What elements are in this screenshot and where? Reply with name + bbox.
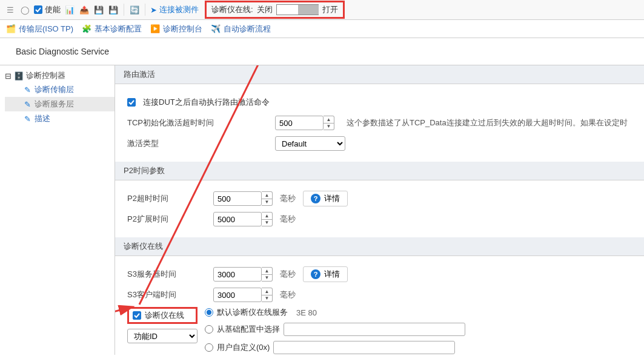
menu-icon[interactable]: ☰ — [5, 4, 16, 15]
enable-toggle[interactable]: 使能 — [34, 4, 61, 15]
tree-root-label: 诊断控制器 — [26, 70, 65, 81]
pencil-icon: ✎ — [24, 85, 31, 94]
minus-icon[interactable]: ⊟ — [5, 71, 12, 81]
group-routing-header: 路由激活 — [115, 65, 644, 84]
p2-ext-input[interactable] — [213, 212, 262, 226]
tab-label: 基本诊断配置 — [95, 24, 142, 35]
radio-base-config[interactable] — [205, 325, 213, 334]
s3-client-spinner[interactable]: ▲▼ — [213, 288, 273, 302]
spin-down-icon[interactable]: ▼ — [262, 275, 272, 282]
connect-device-button[interactable]: ➤ 连接被测件 — [150, 4, 199, 15]
tree-item-description[interactable]: ✎ 描述 — [5, 111, 115, 126]
pencil-icon: ✎ — [24, 100, 31, 109]
main-panel: 路由激活 连接DUT之后自动执行路由激活命令 TCP初始化激活超时时间 ▲▼ 这… — [115, 65, 644, 355]
spin-down-icon[interactable]: ▼ — [262, 199, 272, 206]
tree-root[interactable]: ⊟ 🗄️ 诊断控制器 — [5, 69, 115, 82]
on-label: 打开 — [322, 4, 338, 15]
keepalive-highlight: 诊断仪在线 — [127, 307, 198, 324]
detail-label: 详情 — [324, 193, 340, 204]
check-icon — [34, 5, 42, 14]
info-icon: ? — [311, 194, 320, 203]
folder-icon: 🗄️ — [14, 71, 24, 81]
p2-timeout-spinner[interactable]: ▲▼ — [213, 191, 273, 206]
s3-client-label: S3客户端时间 — [127, 289, 206, 300]
circle-icon[interactable]: ◯ — [19, 4, 30, 15]
group-p2-body: P2超时时间 ▲▼ 毫秒 ? 详情 P2扩展时间 ▲▼ 毫秒 — [115, 180, 644, 237]
tab-bar: 🗂️ 传输层(ISO TP) 🧩 基本诊断配置 ▶️ 诊断控制台 ✈️ 自动诊断… — [0, 20, 644, 38]
s3-server-spinner[interactable]: ▲▼ — [213, 267, 273, 282]
service-mode-radios: 默认诊断仪在线服务 3E 80 从基础配置中选择 用户自定义(0x) — [205, 307, 465, 354]
group-tester-header: 诊断仪在线 — [115, 237, 644, 256]
export-icon[interactable]: 📤 — [79, 4, 90, 15]
func-id-select[interactable]: 功能ID — [127, 329, 198, 343]
activation-type-label: 激活类型 — [127, 138, 224, 149]
tcp-init-spinner[interactable]: ▲▼ — [275, 116, 334, 130]
tab-label: 传输层(ISO TP) — [19, 24, 73, 35]
spin-up-icon[interactable]: ▲ — [262, 192, 272, 199]
save-icon[interactable]: 💾 — [93, 4, 104, 15]
p2-ext-label: P2扩展时间 — [127, 214, 206, 225]
unit-label: 毫秒 — [280, 214, 296, 225]
unit-label: 毫秒 — [280, 289, 296, 300]
tree-item-label: 描述 — [35, 113, 50, 124]
tree-item-service[interactable]: ✎ 诊断服务层 — [5, 97, 115, 111]
p2-detail-button[interactable]: ? 详情 — [303, 191, 348, 206]
info-icon: ? — [311, 269, 320, 279]
spin-up-icon[interactable]: ▲ — [262, 213, 272, 220]
enable-label: 使能 — [45, 4, 61, 15]
tab-label: 诊断控制台 — [163, 24, 202, 35]
spin-up-icon[interactable]: ▲ — [262, 268, 272, 275]
refresh-icon[interactable]: 🔄 — [129, 4, 140, 15]
spin-down-icon[interactable]: ▼ — [262, 295, 272, 302]
base-config-input[interactable] — [284, 323, 465, 336]
settings-icon: 🧩 — [82, 24, 91, 34]
tester-online-status: 诊断仪在线: 关闭 打开 — [205, 1, 345, 19]
spin-down-icon[interactable]: ▼ — [262, 220, 272, 226]
chart-icon[interactable]: 📊 — [64, 4, 75, 15]
keepalive-label: 诊断仪在线 — [145, 310, 184, 321]
group-routing-body: 连接DUT之后自动执行路由激活命令 TCP初始化激活超时时间 ▲▼ 这个参数描述… — [115, 84, 644, 162]
spin-up-icon[interactable]: ▲ — [324, 116, 334, 124]
tab-auto-flow[interactable]: ✈️ 自动诊断流程 — [211, 24, 271, 35]
top-toolbar: ☰ ◯ 使能 📊 📤 💾 💾 🔄 ➤ 连接被测件 诊断仪在线: 关闭 打开 — [0, 0, 644, 20]
tcp-init-description: 这个参数描述了从TCP_Data连接建立过后到失效的最大超时时间。如果在设定时 — [347, 117, 628, 128]
radio-custom[interactable] — [205, 343, 213, 352]
auto-route-checkbox[interactable] — [127, 98, 136, 107]
tab-transport-layer[interactable]: 🗂️ 传输层(ISO TP) — [6, 24, 73, 35]
s3-detail-button[interactable]: ? 详情 — [303, 266, 348, 282]
radio-custom-label: 用户自定义(0x) — [217, 342, 270, 353]
s3-server-input[interactable] — [213, 267, 262, 282]
tab-diagnostic-console[interactable]: ▶️ 诊断控制台 — [150, 24, 202, 35]
unit-label: 毫秒 — [280, 269, 296, 280]
save-as-icon[interactable]: 💾 — [108, 4, 119, 15]
custom-hex-input[interactable] — [273, 341, 455, 354]
tree-item-label: 诊断服务层 — [35, 99, 74, 110]
p2-ext-spinner[interactable]: ▲▼ — [213, 212, 273, 226]
send-icon: ✈️ — [211, 24, 221, 34]
p2-timeout-label: P2超时时间 — [127, 193, 206, 204]
group-p2-header: P2时间参数 — [115, 162, 644, 180]
online-switch[interactable] — [276, 4, 319, 15]
unit-label: 毫秒 — [280, 193, 296, 204]
tab-basic-diagnostic[interactable]: 🧩 基本诊断配置 — [82, 24, 142, 35]
tcp-init-input[interactable] — [275, 116, 324, 130]
pencil-icon: ✎ — [24, 114, 31, 124]
spin-up-icon[interactable]: ▲ — [262, 288, 272, 295]
sidebar-tree: ⊟ 🗄️ 诊断控制器 ✎ 诊断传输层 ✎ 诊断服务层 ✎ 描述 — [0, 65, 115, 355]
keepalive-checkbox[interactable] — [133, 311, 141, 320]
s3-server-label: S3服务器时间 — [127, 269, 206, 280]
s3-client-input[interactable] — [213, 288, 262, 302]
radio-base-label: 从基础配置中选择 — [217, 324, 280, 335]
radio-default-service[interactable] — [205, 308, 213, 317]
tree-item-transport[interactable]: ✎ 诊断传输层 — [5, 82, 115, 97]
activation-type-select[interactable]: Default — [275, 136, 345, 151]
group-tester-body: S3服务器时间 ▲▼ 毫秒 ? 详情 S3客户端时间 ▲▼ 毫秒 — [115, 256, 644, 355]
tcp-init-label: TCP初始化激活超时时间 — [127, 117, 224, 128]
spin-down-icon[interactable]: ▼ — [324, 124, 334, 130]
cursor-icon: ➤ — [150, 5, 157, 15]
page-title: Basic Diagnostic Service — [0, 38, 644, 65]
p2-timeout-input[interactable] — [213, 191, 262, 206]
detail-label: 详情 — [324, 269, 340, 280]
default-code: 3E 80 — [296, 308, 317, 317]
radio-default-label: 默认诊断仪在线服务 — [217, 307, 288, 318]
